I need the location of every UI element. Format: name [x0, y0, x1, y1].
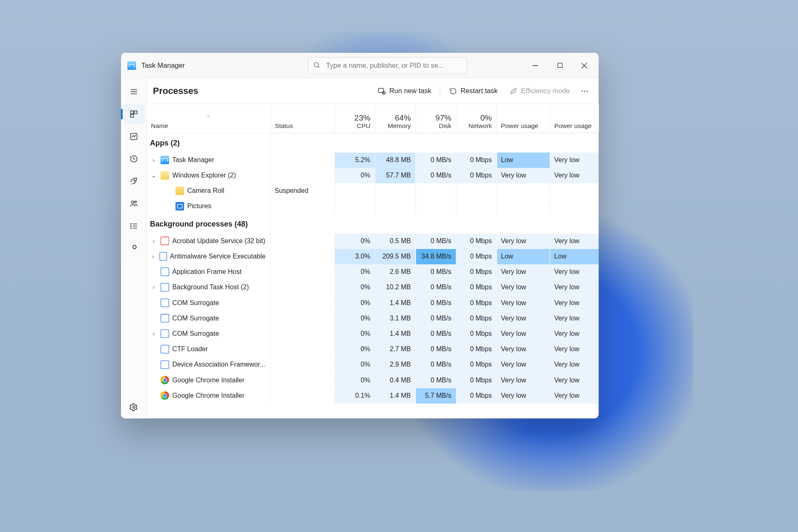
- table-row[interactable]: Pictures: [147, 199, 599, 214]
- process-power-trend: Very low: [549, 167, 598, 183]
- titlebar: Task Manager: [121, 53, 598, 79]
- nav-performance[interactable]: [123, 126, 144, 147]
- table-row[interactable]: Application Frame Host0%2.6 MB0 MB/s0 Mb…: [147, 264, 599, 280]
- chevron-right-icon[interactable]: ›: [150, 157, 157, 163]
- process-status: [270, 233, 334, 249]
- process-memory: 1.4 MB: [375, 388, 415, 403]
- table-row[interactable]: › Antimalware Service Executable3.0%209.…: [147, 249, 599, 264]
- table-row[interactable]: Camera RollSuspended: [147, 183, 599, 199]
- windows-app-icon: [160, 298, 169, 307]
- nav-startup-apps[interactable]: [123, 171, 144, 192]
- process-cpu: 0%: [334, 264, 374, 280]
- col-memory[interactable]: 64%Memory: [375, 104, 415, 133]
- process-status: [270, 264, 334, 280]
- table-row[interactable]: Device Association Framewor...0%2.9 MB0 …: [147, 357, 599, 372]
- process-power-trend: Low: [549, 249, 598, 264]
- process-grid[interactable]: ⌃ Name Status 23%CPU 64%Memory 97%Disk 0…: [147, 104, 599, 419]
- restart-task-button[interactable]: Restart task: [445, 82, 502, 99]
- nav-app-history[interactable]: [123, 149, 144, 169]
- process-power-trend: Very low: [549, 280, 598, 295]
- table-row[interactable]: CTF Loader0%2.7 MB0 MB/s0 MbpsVery lowVe…: [147, 342, 599, 357]
- run-new-task-button[interactable]: Run new task: [373, 82, 436, 99]
- table-row[interactable]: Google Chrome Installer0%0.4 MB0 MB/s0 M…: [147, 372, 599, 388]
- process-power-usage: Very low: [496, 342, 549, 357]
- process-power-trend: Very low: [549, 342, 598, 357]
- nav-processes[interactable]: [123, 104, 144, 124]
- col-cpu[interactable]: 23%CPU: [334, 104, 374, 133]
- process-cpu: 3.0%: [334, 249, 374, 264]
- table-row[interactable]: › Task Manager5.2%48.8 MB0 MB/s0 MbpsLow…: [147, 152, 599, 167]
- process-name-cell: › Background Task Host (2): [147, 280, 271, 295]
- process-name: COM Surrogate: [172, 315, 219, 322]
- sidebar: [121, 79, 147, 419]
- process-network: 0 Mbps: [456, 249, 496, 264]
- chevron-right-icon[interactable]: ›: [150, 284, 157, 291]
- process-network: 0 Mbps: [456, 326, 496, 341]
- nav-details[interactable]: [123, 216, 144, 236]
- process-name: COM Surrogate: [172, 330, 219, 337]
- process-power-trend: Very low: [549, 264, 598, 280]
- run-new-task-label: Run new task: [389, 87, 431, 95]
- process-status: [270, 199, 334, 214]
- restart-icon: [449, 86, 458, 95]
- nav-services[interactable]: [123, 238, 144, 259]
- process-power-usage: Very low: [496, 280, 549, 295]
- hamburger-button[interactable]: [123, 81, 144, 102]
- svg-point-20: [131, 228, 131, 229]
- process-network: 0 Mbps: [456, 280, 496, 295]
- chevron-right-icon[interactable]: ›: [150, 253, 156, 259]
- process-memory: 2.9 MB: [375, 357, 415, 372]
- table-row[interactable]: COM Surrogate0%3.1 MB0 MB/s0 MbpsVery lo…: [147, 310, 599, 326]
- process-network: 0 Mbps: [456, 264, 496, 280]
- col-status[interactable]: Status: [270, 104, 334, 133]
- process-name-cell: Device Association Framewor...: [147, 357, 271, 372]
- table-row[interactable]: ⌄Windows Explorer (2)0%57.7 MB0 MB/s0 Mb…: [147, 167, 599, 183]
- table-row[interactable]: Google Chrome Installer0.1%1.4 MB5.7 MB/…: [147, 388, 599, 403]
- process-name-cell: Google Chrome Installer: [147, 372, 271, 388]
- process-status: [270, 295, 334, 310]
- process-memory: 1.4 MB: [375, 326, 415, 341]
- process-status: [270, 280, 334, 295]
- process-name: Task Manager: [172, 156, 214, 164]
- process-disk: 0 MB/s: [415, 342, 456, 357]
- process-memory: 2.7 MB: [375, 342, 415, 357]
- process-power-usage: Very low: [496, 167, 549, 183]
- table-row[interactable]: › COM Surrogate0%1.4 MB0 MB/s0 MbpsVery …: [147, 326, 599, 341]
- process-cpu: 0%: [334, 167, 374, 183]
- process-name: Background Task Host (2): [172, 283, 249, 291]
- chrome-icon: [160, 376, 169, 384]
- process-memory: 3.1 MB: [375, 310, 415, 326]
- col-power-usage[interactable]: Power usage: [496, 104, 549, 133]
- col-disk[interactable]: 97%Disk: [415, 104, 456, 133]
- svg-point-14: [131, 201, 134, 204]
- windows-app-icon: [159, 252, 167, 261]
- search-input[interactable]: [308, 57, 468, 74]
- more-button[interactable]: [577, 82, 592, 99]
- close-button[interactable]: [572, 57, 596, 74]
- process-network: 0 Mbps: [456, 152, 496, 167]
- chevron-right-icon[interactable]: ›: [150, 238, 157, 244]
- process-status: [270, 310, 334, 326]
- col-name[interactable]: ⌃ Name: [147, 104, 271, 133]
- process-name: Google Chrome Installer: [172, 377, 244, 384]
- maximize-button[interactable]: [547, 57, 572, 74]
- window-controls: [523, 57, 596, 74]
- col-power-usage-trend[interactable]: Power usage: [549, 104, 598, 133]
- group-label: Apps (2): [147, 133, 271, 152]
- process-disk: 0 MB/s: [415, 372, 456, 388]
- group-apps: Apps (2): [147, 133, 599, 152]
- chevron-down-icon[interactable]: ⌄: [150, 172, 157, 179]
- minimize-button[interactable]: [523, 57, 547, 74]
- table-row[interactable]: › Background Task Host (2)0%10.2 MB0 MB/…: [147, 280, 599, 295]
- table-row[interactable]: COM Surrogate0%1.4 MB0 MB/s0 MbpsVery lo…: [147, 295, 599, 310]
- process-table: ⌃ Name Status 23%CPU 64%Memory 97%Disk 0…: [147, 104, 599, 403]
- col-network[interactable]: 0%Network: [456, 104, 496, 133]
- nav-users[interactable]: [123, 194, 144, 214]
- efficiency-mode-button[interactable]: Efficiency mode: [505, 82, 574, 99]
- svg-point-0: [314, 62, 318, 66]
- nav-settings[interactable]: [123, 397, 144, 418]
- restart-task-label: Restart task: [461, 87, 498, 95]
- table-row[interactable]: › Acrobat Update Service (32 bit)0%0.5 M…: [147, 233, 599, 249]
- chevron-right-icon[interactable]: ›: [150, 330, 157, 337]
- process-memory: 2.6 MB: [375, 264, 415, 280]
